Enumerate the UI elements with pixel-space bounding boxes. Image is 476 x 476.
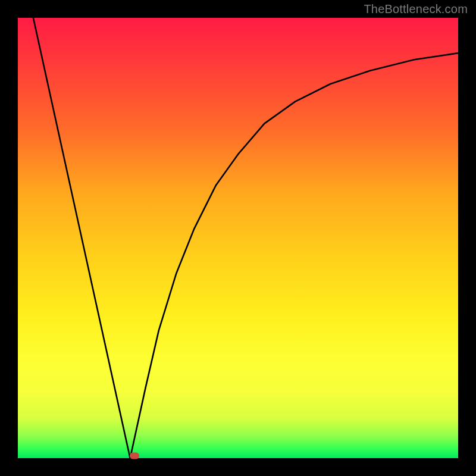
plot-area xyxy=(18,18,458,458)
chart-frame: TheBottleneck.com xyxy=(0,0,476,476)
bottleneck-curve xyxy=(18,18,458,458)
optimal-point-marker xyxy=(130,453,139,459)
watermark-text: TheBottleneck.com xyxy=(364,2,468,16)
